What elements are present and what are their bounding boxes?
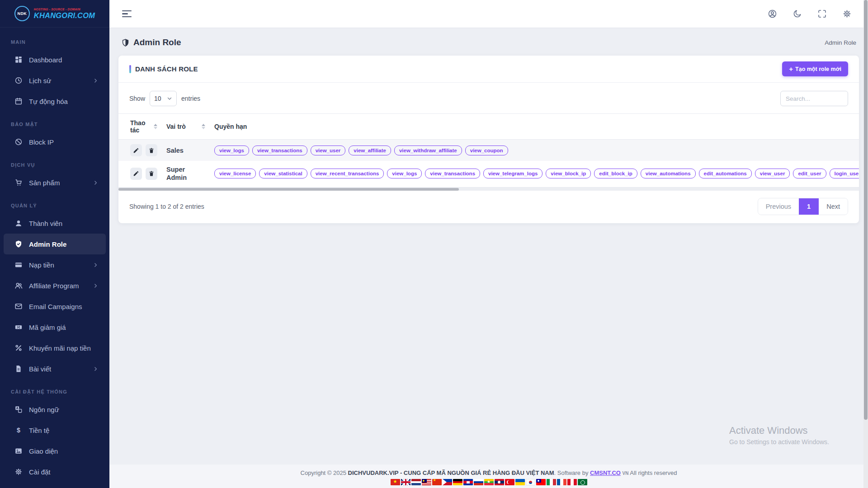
flag-united-kingdom-icon[interactable]	[401, 479, 410, 485]
mail-icon	[14, 302, 23, 310]
column-header-actions[interactable]: Thao tác	[118, 114, 162, 140]
sidebar-item-tien-te[interactable]: $ Tiền tệ	[4, 420, 106, 441]
page-title: Admin Role	[121, 38, 181, 47]
horizontal-scrollbar-thumb[interactable]	[118, 188, 459, 191]
table-row: Sales view_logsview_transactionsview_use…	[118, 140, 859, 161]
activate-windows-watermark: Activate Windows Go to Settings to activ…	[729, 425, 829, 446]
user-circle-icon[interactable]	[768, 9, 777, 19]
permission-badge: view_recent_transactions	[311, 169, 384, 178]
sidebar-item-ngon-ngu[interactable]: Ngôn ngữ	[4, 399, 106, 420]
flag-philippines-icon[interactable]	[443, 479, 452, 485]
card-body: Show 10 entries Thao tác	[118, 83, 859, 223]
gear-icon	[14, 468, 23, 476]
permission-badge: edit_user	[793, 169, 826, 178]
brand-name: KHANGORI.COM	[34, 12, 95, 19]
user-icon	[14, 219, 23, 227]
chevron-right-icon	[93, 78, 99, 84]
permission-badge: view_user	[311, 145, 346, 155]
flag-peru-icon[interactable]	[567, 479, 577, 485]
language-flags	[109, 479, 868, 485]
vertical-scrollbar	[863, 0, 868, 488]
sidebar-item-admin-role[interactable]: Admin Role	[4, 234, 106, 254]
sidebar-item-ma-giam-gia[interactable]: Mã giảm giá	[4, 317, 106, 338]
vertical-scrollbar-thumb[interactable]	[864, 0, 868, 420]
flag-netherlands-icon[interactable]	[411, 479, 421, 485]
flag-italy-icon[interactable]	[547, 479, 556, 485]
flag-china-icon[interactable]	[432, 479, 442, 485]
section-label-cai-dat-he-thong: CÀI ĐẶT HỆ THỐNG	[0, 379, 109, 399]
breadcrumb[interactable]: Admin Role	[825, 39, 856, 46]
sidebar-item-khuyen-mai-nap-tien[interactable]: Khuyến mãi nạp tiền	[4, 338, 106, 358]
flag-germany-icon[interactable]	[453, 479, 462, 485]
flag-ukraine-icon[interactable]	[515, 479, 525, 485]
translate-icon	[14, 405, 23, 413]
search-input[interactable]	[780, 91, 848, 106]
topbar-actions	[768, 9, 852, 19]
flag-malaysia-icon[interactable]	[422, 479, 431, 485]
maximize-icon[interactable]	[817, 9, 827, 19]
edit-role-button[interactable]	[130, 144, 142, 156]
sidebar-item-block-ip[interactable]: Block IP	[4, 131, 106, 152]
sidebar-item-tu-dong-hoa[interactable]: Tự động hóa	[4, 91, 106, 112]
brand-logo[interactable]: NDK HOSTING - SOURCE - DOMAIN KHANGORI.C…	[0, 0, 109, 28]
flag-france-icon[interactable]	[557, 479, 566, 485]
cmsnt-link[interactable]: CMSNT.CO	[590, 469, 621, 476]
sidebar-item-lich-su[interactable]: Lịch sử	[4, 70, 106, 91]
menu-toggle-button[interactable]	[121, 9, 132, 19]
role-name: Super Admin	[166, 166, 187, 181]
column-header-permissions: Quyền hạn	[210, 114, 859, 140]
pencil-icon	[133, 147, 139, 154]
users-icon	[14, 282, 23, 290]
section-label-dich-vu: DỊCH VỤ	[0, 152, 109, 172]
flag-south-korea-icon[interactable]	[526, 479, 535, 485]
table-header-row: Thao tác Vai trò Quyền hạn	[118, 114, 859, 140]
sidebar-item-giao-dien[interactable]: Giao diện	[4, 441, 106, 461]
settings-icon[interactable]	[842, 9, 852, 19]
block-icon	[14, 138, 23, 146]
sidebar-item-dashboard[interactable]: Dashboard	[4, 49, 106, 70]
flag-taiwan-icon[interactable]	[536, 479, 546, 485]
calendar-icon	[14, 97, 23, 105]
chevron-right-icon	[93, 262, 99, 268]
sidebar-item-cai-dat[interactable]: Cài đặt	[4, 461, 106, 482]
sidebar-item-thanh-vien[interactable]: Thành viên	[4, 213, 106, 234]
flag-turkey-icon[interactable]	[505, 479, 514, 485]
sidebar-item-affiliate-program[interactable]: Affiliate Program	[4, 275, 106, 296]
moon-icon[interactable]	[793, 9, 802, 19]
permission-badge: view_logs	[387, 169, 422, 178]
delete-role-button[interactable]	[146, 168, 157, 180]
cart-icon	[14, 178, 23, 187]
column-header-role[interactable]: Vai trò	[162, 114, 210, 140]
sort-icon	[150, 124, 157, 129]
content-area: Admin Role Admin Role DANH SÁCH ROLE + T…	[109, 28, 868, 465]
section-label-quan-ly: QUẢN LÝ	[0, 193, 109, 213]
permission-badge: view_coupon	[465, 145, 508, 155]
sidebar-item-email-campaigns[interactable]: Email Campaigns	[4, 296, 106, 317]
flag-myanmar-icon[interactable]	[484, 479, 494, 485]
delete-role-button[interactable]	[146, 144, 157, 156]
dashboard-icon	[14, 56, 23, 64]
flag-cambodia-icon[interactable]	[463, 479, 473, 485]
dollar-icon: $	[14, 426, 23, 434]
flag-russia-icon[interactable]	[474, 479, 483, 485]
sidebar-item-bai-viet[interactable]: Bài viết	[4, 358, 106, 379]
table-footer: Showing 1 to 2 of 2 entries Previous 1 N…	[118, 191, 859, 223]
brand-text: HOSTING - SOURCE - DOMAIN KHANGORI.COM	[34, 8, 95, 19]
brand-tagline: HOSTING - SOURCE - DOMAIN	[34, 8, 95, 11]
table-controls: Show 10 entries	[118, 91, 859, 113]
sidebar-item-nap-tien[interactable]: Nạp tiền	[4, 254, 106, 275]
sidebar-item-san-pham[interactable]: Sản phẩm	[4, 172, 106, 193]
flag-vietnam-icon[interactable]	[391, 479, 400, 485]
history-icon	[14, 76, 23, 84]
next-page-button[interactable]: Next	[819, 198, 848, 215]
edit-role-button[interactable]	[130, 168, 142, 180]
show-label: Show	[129, 95, 145, 102]
page-size-select[interactable]: 10	[150, 91, 177, 106]
svg-text:$: $	[17, 427, 20, 434]
previous-page-button[interactable]: Previous	[758, 198, 799, 215]
flag-arab-league-icon[interactable]	[578, 479, 587, 485]
brand-badge-icon: NDK	[14, 6, 30, 21]
page-number-button[interactable]: 1	[799, 198, 819, 215]
create-role-button[interactable]: + Tạo một role mới	[782, 61, 848, 76]
flag-laos-icon[interactable]	[495, 479, 504, 485]
